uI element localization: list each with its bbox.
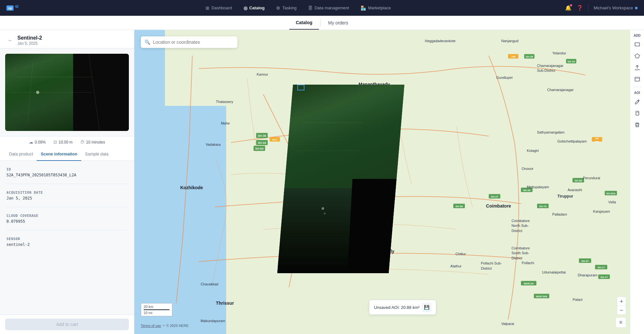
scene-image (5, 54, 129, 131)
map-background: SH-38 SH-34 SH-63 NH1 768 SH-38 SH-19 SH… (134, 30, 644, 334)
workspace-selector[interactable]: Michael's Workspace (594, 5, 638, 10)
panel-stats: ☁ 0.08% ⊡ 10.00 m ⏱ 10 minutes (0, 136, 134, 148)
cloud-stat: ☁ 0.08% (29, 140, 46, 144)
nav-divider (588, 4, 589, 12)
nav-item-tasking[interactable]: ⚙ Tasking (272, 4, 301, 13)
delete-icon (634, 122, 640, 128)
scale-bar (144, 309, 169, 310)
field-divider-2 (6, 207, 128, 207)
svg-rect-42 (636, 112, 639, 115)
aoi-label: AOI (634, 91, 640, 95)
field-id-value: S2A_T43PFN_20250105T053438_L2A (6, 173, 128, 177)
upload-icon (634, 65, 640, 70)
panel-tabs: Data product Scene information Sample da… (0, 148, 134, 161)
aoi-text: Unsaved AOI: 20.88 km² (374, 305, 420, 310)
draw-polygon-button[interactable] (632, 51, 642, 61)
copy-aoi-button[interactable] (632, 108, 642, 118)
map-right-toolbar: ADD AOI (630, 30, 644, 334)
panel-title-block: Sentinel-2 Jan 5, 2025 (17, 35, 42, 46)
dashboard-icon: ⊞ (206, 5, 209, 11)
scene-date: Jan 5, 2025 (17, 41, 42, 46)
tab-scene-information[interactable]: Scene information (37, 148, 81, 161)
svg-rect-41 (635, 77, 639, 81)
catalog-icon: ◎ (244, 5, 247, 11)
map-zoom-controls: + − (617, 297, 626, 315)
sat-image (277, 85, 404, 273)
left-panel: ← Sentinel-2 Jan 5, 2025 ☁ (0, 30, 134, 334)
map-terms: Terms of use ↗ © 2025 HERE (141, 324, 188, 328)
terms-external-icon: ↗ (162, 324, 165, 327)
nav-item-catalog[interactable]: ◎ Catalog (239, 4, 269, 13)
nav-item-data-management[interactable]: 🗄 Data management (303, 4, 353, 13)
terms-link[interactable]: Terms of use (141, 324, 161, 328)
satellite-image-overlay (282, 85, 399, 273)
scale-inner: 20 km 10 mi (144, 305, 169, 315)
scale-km: 20 km (144, 305, 169, 309)
nav-items: ⊞ Dashboard ◎ Catalog ⚙ Tasking 🗄 Data m… (32, 4, 565, 13)
map-scale: 20 km 10 mi (141, 303, 172, 316)
aoi-save-button[interactable]: 💾 (422, 303, 431, 312)
time-stat: ⏱ 10 minutes (80, 140, 105, 144)
zoom-in-button[interactable]: + (617, 297, 626, 306)
edit-aoi-button[interactable] (632, 97, 642, 107)
edit-icon (634, 99, 640, 105)
top-navigation: up 42 ⊞ Dashboard ◎ Catalog ⚙ Tasking 🗄 … (0, 0, 644, 16)
field-sensor-value: sentinel-2 (6, 242, 128, 247)
map-view-button[interactable] (632, 74, 642, 84)
field-cloud-value: 0.076955 (6, 219, 128, 224)
draw-rectangle-icon (634, 42, 640, 47)
notifications-bell[interactable]: 🔔 (565, 5, 572, 11)
map-container[interactable]: SH-38 SH-34 SH-63 NH1 768 SH-38 SH-19 SH… (134, 30, 644, 334)
time-icon: ⏱ (80, 140, 84, 144)
scene-image-bg (5, 54, 129, 131)
layers-button[interactable]: ≡ (616, 317, 626, 328)
marketplace-icon: 🏪 (360, 5, 366, 11)
help-button[interactable]: ❓ (577, 5, 583, 11)
data-management-icon: 🗄 (308, 5, 312, 11)
subnav-catalog[interactable]: Catalog (289, 16, 319, 30)
cloud-icon: ☁ (29, 140, 33, 144)
workspace-dot (635, 7, 638, 9)
field-acquisition-date: Acquisition date Jan 5, 2025 (6, 190, 128, 200)
add-to-cart-button[interactable]: Add to cart (5, 319, 129, 330)
field-id: ID S2A_T43PFN_20250105T053438_L2A (6, 167, 128, 177)
add-label: ADD (634, 34, 641, 37)
field-divider-1 (6, 184, 128, 184)
tab-data-product[interactable]: Data product (5, 148, 37, 161)
notification-dot (570, 4, 572, 6)
satellite-name: Sentinel-2 (17, 35, 42, 41)
draw-rectangle-button[interactable] (632, 39, 642, 50)
toolbar-divider (633, 87, 642, 87)
upload-button[interactable] (632, 62, 642, 73)
back-button[interactable]: ← (6, 37, 14, 44)
map-water-coast (134, 30, 165, 334)
sat-dark-area (348, 179, 399, 273)
field-divider-3 (6, 230, 128, 230)
field-acquisition-label: Acquisition date (6, 190, 128, 195)
logo-icon: up (6, 5, 14, 11)
zoom-out-button[interactable]: − (617, 306, 626, 315)
svg-rect-39 (635, 43, 639, 46)
nav-item-marketplace[interactable]: 🏪 Marketplace (356, 4, 395, 13)
sub-navigation: Catalog My orders (0, 16, 644, 30)
field-sensor: Sensor sentinel-2 (6, 237, 128, 247)
subnav-divider (320, 20, 321, 26)
tasking-icon: ⚙ (276, 5, 280, 11)
panel-header: ← Sentinel-2 Jan 5, 2025 (0, 30, 134, 49)
draw-polygon-icon (634, 53, 640, 59)
delete-aoi-button[interactable] (632, 120, 642, 130)
subnav-my-orders[interactable]: My orders (322, 16, 355, 29)
nav-item-dashboard[interactable]: ⊞ Dashboard (201, 4, 236, 13)
search-input[interactable] (141, 36, 237, 48)
search-icon: 🔍 (145, 40, 150, 45)
field-cloud-coverage: Cloud coverage 0.076955 (6, 214, 128, 224)
field-id-label: ID (6, 167, 128, 172)
add-to-cart-bar: Add to cart (0, 314, 134, 334)
top-nav-right: 🔔 ❓ Michael's Workspace (565, 4, 638, 12)
tab-sample-data[interactable]: Sample data (81, 148, 112, 161)
aoi-tooltip: Unsaved AOI: 20.88 km² 💾 (369, 300, 436, 315)
logo-sup: 42 (15, 5, 18, 8)
app-logo[interactable]: up 42 (6, 5, 19, 11)
selection-box (297, 85, 304, 90)
scale-mi: 10 mi (144, 311, 169, 315)
